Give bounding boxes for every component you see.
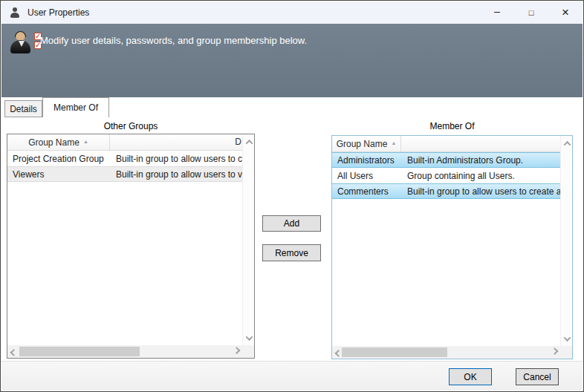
scrollbar-thumb[interactable] [342, 347, 447, 357]
button-label: Cancel [523, 372, 551, 382]
column-label: Group Name [28, 137, 80, 148]
horizontal-scrollbar[interactable] [332, 346, 560, 359]
scroll-down-icon[interactable] [243, 332, 255, 344]
group-name-cell: Administrators [332, 155, 401, 166]
scroll-left-icon[interactable] [7, 345, 19, 358]
table-row[interactable]: Viewers Built-in group to allow users to… [7, 166, 242, 182]
scroll-right-icon[interactable] [548, 346, 560, 359]
add-button[interactable]: Add [262, 215, 321, 232]
tab-details[interactable]: Details [4, 100, 42, 117]
other-groups-title: Other Groups [7, 121, 255, 131]
group-name-cell: All Users [332, 171, 401, 181]
minimize-button[interactable]: – [480, 1, 514, 24]
scroll-up-icon[interactable] [243, 136, 255, 148]
cancel-button[interactable]: Cancel [516, 368, 559, 385]
button-label: Remove [275, 248, 308, 258]
scrollbar-corner [560, 346, 572, 359]
tab-member-of[interactable]: Member Of [42, 97, 109, 117]
window-controls: – □ × [480, 1, 583, 24]
table-row[interactable]: Project Creation Group Built-in group to… [7, 151, 242, 166]
column-label: Group Name [337, 139, 388, 149]
close-icon: × [562, 5, 569, 20]
button-label: Add [284, 218, 299, 229]
column-label: D [235, 137, 241, 147]
table-row[interactable]: Commenters Built-in group to allow users… [332, 183, 560, 199]
group-name-cell: Viewers [7, 169, 110, 180]
dialog-footer: OK Cancel [1, 361, 583, 391]
vertical-scrollbar[interactable] [560, 136, 572, 346]
tab-strip: Details Member Of [1, 97, 583, 117]
user-icon [10, 7, 20, 19]
list-body: Project Creation Group Built-in group to… [7, 151, 242, 345]
group-desc-cell: Built-in group to allow users to vi [110, 169, 242, 180]
sort-ascending-icon: ▲ [391, 140, 396, 146]
button-label: OK [464, 372, 476, 382]
group-name-cell: Project Creation Group [7, 154, 110, 164]
column-header-group-name[interactable]: Group Name ▲ [7, 134, 110, 150]
close-button[interactable]: × [548, 1, 583, 24]
group-desc-cell: Built-in group to allow users to cr [110, 154, 242, 164]
table-row[interactable]: Administrators Built-in Administrators G… [332, 152, 560, 168]
group-desc-cell: Built-in group to allow users to create … [401, 186, 560, 197]
tab-label: Member Of [53, 102, 98, 113]
scrollbar-thumb[interactable] [19, 347, 140, 356]
vertical-scrollbar[interactable] [242, 134, 254, 345]
sort-ascending-icon: ▲ [83, 139, 88, 144]
user-checklist-icon: ✓ ✓ [9, 31, 42, 61]
ok-button[interactable]: OK [449, 368, 492, 385]
header-banner: ✓ ✓ Modify user details, passwords, and … [1, 24, 583, 97]
banner-description: Modify user details, passwords, and grou… [40, 35, 307, 46]
column-header-description[interactable]: D [110, 134, 242, 150]
horizontal-scrollbar[interactable] [7, 345, 242, 358]
remove-button[interactable]: Remove [262, 244, 321, 261]
group-name-cell: Commenters [332, 186, 401, 197]
table-row[interactable]: All Users Group containing all Users. [332, 168, 560, 183]
other-groups-list: Group Name ▲ D Project Creation Group Bu… [7, 134, 255, 359]
list-header: Group Name ▲ D [7, 134, 242, 151]
list-header: Group Name ▲ [332, 136, 560, 152]
window-title: User Properties [27, 7, 89, 18]
scroll-down-icon[interactable] [561, 333, 573, 344]
member-of-title: Member Of [331, 121, 573, 131]
column-header-description[interactable] [401, 136, 560, 151]
column-header-group-name[interactable]: Group Name ▲ [332, 136, 401, 151]
member-of-list: Group Name ▲ Administrators Built-in Adm… [331, 135, 573, 359]
list-body: Administrators Built-in Administrators G… [332, 152, 560, 346]
maximize-button[interactable]: □ [514, 1, 548, 24]
tab-label: Details [10, 104, 37, 114]
minimize-icon: – [494, 5, 500, 17]
scrollbar-corner [242, 345, 254, 358]
scroll-right-icon[interactable] [230, 345, 242, 358]
scroll-up-icon[interactable] [561, 137, 573, 149]
group-desc-cell: Built-in Administrators Group. [401, 155, 560, 166]
maximize-icon: □ [529, 8, 534, 17]
group-desc-cell: Group containing all Users. [401, 171, 560, 181]
titlebar[interactable]: User Properties – □ × [1, 1, 583, 24]
user-properties-dialog: User Properties – □ × ✓ ✓ Modify user de… [0, 0, 584, 392]
